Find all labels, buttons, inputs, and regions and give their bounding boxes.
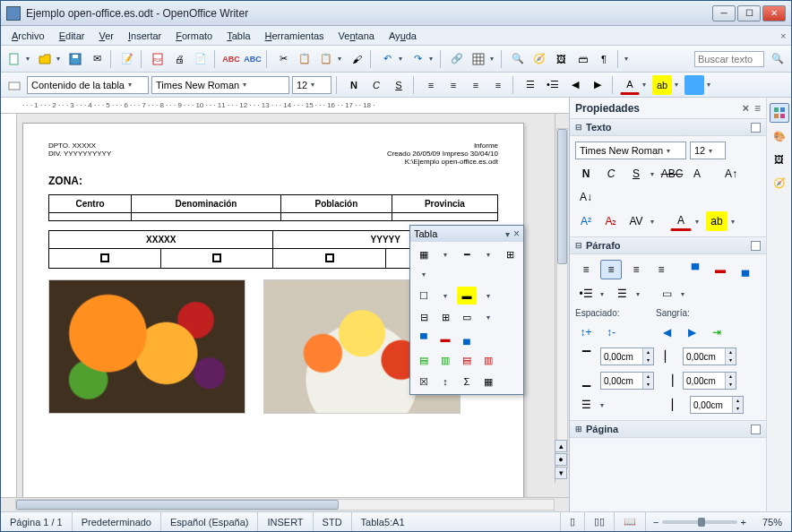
section-texto-header[interactable]: ⊟Texto [570,118,766,136]
nav-up-button[interactable]: ▴ [555,440,567,452]
undo-dropdown[interactable] [399,55,406,63]
open-dropdown[interactable] [56,55,64,63]
status-lang[interactable]: Español (España) [161,512,258,531]
font-combo[interactable]: Times New Roman▾ [151,76,289,94]
status-insert[interactable]: INSERT [258,512,313,531]
status-zoom[interactable]: 75% [753,512,791,531]
menu-ver[interactable]: Ver [91,29,121,43]
status-view-multi-icon[interactable]: ▯▯ [585,512,615,531]
new-dropdown[interactable] [26,55,33,63]
nav-obj-button[interactable]: ● [555,453,567,466]
para-align-left-button[interactable]: ≡ [575,260,597,279]
para-align-justify-button[interactable]: ≡ [650,260,672,279]
para-align-right-button[interactable]: ≡ [625,260,647,279]
tbl-split-button[interactable]: ⊞ [435,308,455,326]
sidebar-strike-button[interactable]: ABC [661,164,683,184]
highlight-button[interactable]: ab [652,75,672,95]
tbl-select-button[interactable]: ☒ [414,373,434,390]
space-below-field[interactable]: ▴▾ [600,372,654,390]
tbl-sort-button[interactable]: ↕ [435,373,455,390]
status-style[interactable]: Predeterminado [73,512,161,531]
sidebar-shrink-button[interactable]: A↓ [575,187,597,207]
menu-tabla[interactable]: Tabla [220,29,257,43]
menu-archivo[interactable]: Archivo [4,29,52,43]
indent-hang-button[interactable]: ⇥ [706,322,727,342]
indent-before-field[interactable]: ▴▾ [683,348,736,365]
font-color-dropdown[interactable] [642,81,650,89]
status-std[interactable]: STD [314,512,352,531]
bgcolor-button[interactable] [684,75,704,95]
sidebar-italic-button[interactable]: C [600,164,622,184]
sidebar-shadow-button[interactable]: A [686,164,708,184]
find-button[interactable]: 🔍 [508,49,528,69]
print-button[interactable]: 🖨 [169,49,189,69]
menu-herramientas[interactable]: Herramientas [258,29,331,43]
menu-insertar[interactable]: Insertar [121,29,168,43]
zoom-in-icon[interactable]: + [741,517,746,528]
undo-button[interactable]: ↶ [377,49,397,69]
tbl-insert-dropdown[interactable] [435,245,455,263]
align-right-button[interactable]: ≡ [466,75,486,95]
menu-ventana[interactable]: Ventana [331,29,382,43]
menu-formato[interactable]: Formato [168,29,220,43]
tbl-auto-dropdown[interactable] [414,265,434,283]
sidetab-navigator[interactable]: 🧭 [770,173,789,193]
spellcheck-button[interactable]: ABC [221,49,241,69]
highlight-dropdown[interactable] [675,81,682,89]
tbl-bot-align-button[interactable]: ▄ [457,330,477,348]
new-button[interactable] [4,49,24,69]
vertical-ruler[interactable] [1,114,17,497]
align-left-button[interactable]: ≡ [421,75,441,95]
tbl-del-row-button[interactable]: ▤ [457,351,477,369]
font-color-button[interactable]: A [620,75,640,95]
status-view-single-icon[interactable]: ▯ [561,512,585,531]
bullets-button[interactable]: •☰ [543,75,563,95]
nav-down-button[interactable]: ▾ [555,467,567,479]
section-pagina-header[interactable]: ⊞Página [570,420,766,438]
close-button[interactable]: ✕ [762,5,786,21]
styles-button[interactable] [4,75,24,95]
para-valign-top-button[interactable]: ▀ [684,260,706,279]
dec-indent-button[interactable]: ◀ [565,75,585,95]
horizontal-scrollbar[interactable] [1,497,569,511]
para-align-center-button[interactable]: ≡ [600,260,622,279]
indent-first-field[interactable]: ▴▾ [690,396,744,414]
italic-button[interactable]: C [366,75,386,95]
toolbar-overflow[interactable] [624,55,632,63]
paste-button[interactable]: 📋 [316,49,336,69]
hyperlink-button[interactable]: 🔗 [447,49,467,69]
menu-editar[interactable]: Editar [52,29,92,43]
indent-inc-button[interactable]: ▶ [681,322,702,342]
format-paint-button[interactable]: 🖌 [347,49,366,69]
linespacing-button[interactable]: ☰ [575,395,597,415]
tbl-line-dropdown[interactable] [478,245,498,263]
doc-image-1[interactable] [48,279,245,414]
style-combo[interactable]: Contenido de la tabla▾ [27,76,149,94]
tbl-sum-button[interactable]: Σ [457,373,477,390]
sidebar-underline-button[interactable]: S [625,164,647,184]
tbl-line-style-button[interactable]: ━ [457,245,477,263]
zoom-out-icon[interactable]: − [653,517,659,528]
search-button[interactable]: 🔍 [768,49,788,69]
tbl-autoformat-button[interactable]: ⊞ [500,245,520,263]
search-input[interactable] [694,51,764,67]
para-bg-button[interactable]: ▭ [656,284,677,304]
tbl-border-none-button[interactable]: ☐ [414,287,434,305]
float-pin-icon[interactable]: ▾ [505,229,510,239]
align-center-button[interactable]: ≡ [443,75,463,95]
sidebar-highlight-button[interactable]: ab [706,211,727,231]
para-valign-mid-button[interactable]: ▬ [710,260,731,279]
maximize-button[interactable]: ☐ [737,5,761,21]
size-combo[interactable]: 12▾ [292,76,331,94]
autospell-button[interactable]: ABC [243,49,263,69]
space-dec-button[interactable]: ↕- [600,322,622,342]
vertical-scrollbar[interactable] [555,114,569,483]
zoom-slider[interactable]: − + [646,517,753,528]
section-expand-icon[interactable] [751,241,761,251]
space-inc-button[interactable]: ↕+ [575,322,597,342]
redo-button[interactable]: ↷ [408,49,427,69]
para-numbering-button[interactable]: ☰ [611,284,633,304]
horizontal-ruler[interactable]: · · · 1 · · · 2 · · · 3 · · · 4 · · · 5 … [1,98,569,114]
preview-button[interactable]: 📄 [191,49,211,69]
open-button[interactable] [35,49,55,69]
